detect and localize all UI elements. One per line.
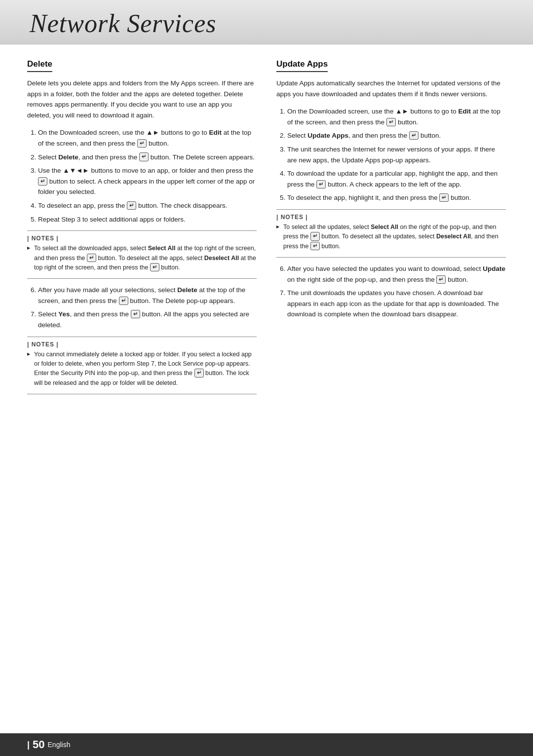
enter-button-icon bbox=[436, 275, 446, 284]
enter-button-icon bbox=[310, 232, 320, 240]
header-bar: Network Services bbox=[0, 0, 533, 44]
list-item: Select Update Apps, and then press the b… bbox=[287, 130, 506, 141]
list-item: To deselect an app, press the button. Th… bbox=[38, 200, 257, 211]
footer-pipe: | bbox=[27, 740, 30, 750]
notes-label: | NOTES | bbox=[27, 235, 257, 242]
delete-notes-2: | NOTES | You cannot immediately delete … bbox=[27, 337, 257, 395]
notes-item: You cannot immediately delete a locked a… bbox=[27, 350, 257, 388]
enter-button-icon bbox=[87, 254, 96, 262]
notes-item: To select all the updates, select Select… bbox=[276, 223, 506, 251]
notes-label: | NOTES | bbox=[276, 214, 506, 221]
update-apps-column: Update Apps Update Apps automatically se… bbox=[276, 59, 506, 400]
enter-button-icon bbox=[139, 152, 149, 161]
update-section-title: Update Apps bbox=[276, 59, 328, 72]
delete-column: Delete Delete lets you delete apps and f… bbox=[27, 59, 257, 400]
enter-button-icon bbox=[310, 242, 320, 250]
list-item: The unit downloads the updates you have … bbox=[287, 288, 506, 320]
list-item: Select Delete, and then press the button… bbox=[38, 152, 257, 163]
delete-section-title: Delete bbox=[27, 59, 52, 72]
delete-notes-1: | NOTES | To select all the downloaded a… bbox=[27, 230, 257, 279]
list-item: On the Downloaded screen, use the ▲► but… bbox=[287, 106, 506, 127]
notes-label: | NOTES | bbox=[27, 341, 257, 348]
list-item: After you have made all your selections,… bbox=[38, 285, 257, 306]
notes-item: To select all the downloaded apps, selec… bbox=[27, 244, 257, 272]
list-item: The unit searches the Internet for newer… bbox=[287, 144, 506, 165]
enter-button-icon bbox=[386, 118, 396, 126]
update-intro: Update Apps automatically searches the I… bbox=[276, 78, 506, 99]
delete-intro: Delete lets you delete apps and folders … bbox=[27, 78, 257, 120]
update-steps-2: After you have selected the updates you … bbox=[276, 264, 506, 320]
enter-button-icon bbox=[131, 310, 140, 318]
update-steps-1: On the Downloaded screen, use the ▲► but… bbox=[276, 106, 506, 203]
enter-button-icon bbox=[316, 180, 326, 189]
enter-button-icon bbox=[194, 369, 204, 377]
enter-button-icon bbox=[127, 201, 136, 210]
update-notes-1: | NOTES | To select all the updates, sel… bbox=[276, 209, 506, 258]
list-item: Select Yes, and then press the button. A… bbox=[38, 309, 257, 330]
list-item: To download the update for a particular … bbox=[287, 168, 506, 189]
footer-bar: | 50 English bbox=[0, 733, 533, 756]
enter-button-icon bbox=[150, 263, 159, 271]
list-item: Repeat Step 3 to select additional apps … bbox=[38, 214, 257, 225]
enter-button-icon bbox=[38, 177, 47, 186]
page: Network Services Delete Delete lets you … bbox=[0, 0, 533, 756]
delete-steps-1: On the Downloaded screen, use the ▲► but… bbox=[27, 127, 257, 225]
list-item: On the Downloaded screen, use the ▲► but… bbox=[38, 127, 257, 149]
page-title: Network Services bbox=[30, 9, 503, 38]
enter-button-icon bbox=[409, 131, 419, 140]
enter-button-icon bbox=[439, 193, 449, 202]
list-item: Use the ▲▼◄► buttons to move to an app, … bbox=[38, 165, 257, 197]
enter-button-icon bbox=[119, 297, 128, 305]
enter-button-icon bbox=[137, 139, 147, 148]
list-item: After you have selected the updates you … bbox=[287, 264, 506, 285]
list-item: To deselect the app, highlight it, and t… bbox=[287, 192, 506, 203]
content-area: Delete Delete lets you delete apps and f… bbox=[0, 44, 533, 420]
delete-steps-2: After you have made all your selections,… bbox=[27, 285, 257, 330]
footer-lang: English bbox=[48, 741, 71, 749]
page-number: 50 bbox=[33, 738, 44, 751]
